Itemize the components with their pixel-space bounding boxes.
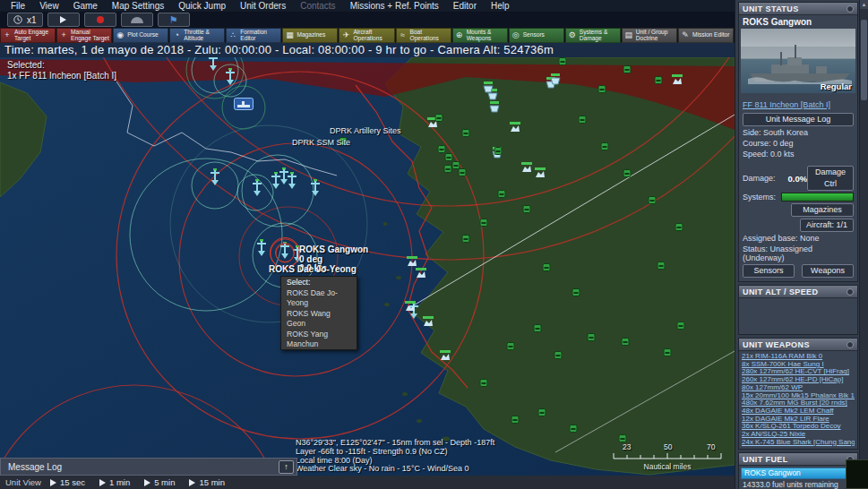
unit-class-link[interactable]: FF 811 Incheon [Batch I] xyxy=(743,100,830,109)
advance-5min-button[interactable]: 5 min xyxy=(144,477,175,487)
menu-map-settings[interactable]: Map Settings xyxy=(105,0,171,12)
friendly-ship-marker[interactable] xyxy=(209,168,221,190)
facility-marker[interactable] xyxy=(649,192,657,208)
installation-marker[interactable] xyxy=(520,160,533,176)
facility-marker[interactable] xyxy=(664,344,672,360)
friendly-boat-marker[interactable] xyxy=(568,57,579,62)
sidebar-scrollbar[interactable]: ▲ ▼ xyxy=(859,0,868,489)
mission-editor-button[interactable]: Mission Editor xyxy=(678,28,734,43)
boat-operations-button[interactable]: Boat Operations xyxy=(396,28,451,43)
facility-marker[interactable] xyxy=(511,411,520,427)
facility-marker[interactable] xyxy=(523,201,531,217)
weapon-link[interactable]: 80x 127mm/62 WP xyxy=(742,384,855,392)
weapon-link[interactable]: 280x 127mm/62 HE-CVT [HiFrag] xyxy=(742,368,855,376)
plot-course-button[interactable]: Plot Course xyxy=(113,28,168,43)
map-viewport[interactable]: Selected: 1x FF 811 Incheon [Batch I] RO… xyxy=(0,57,735,489)
unit-view-label[interactable]: Unit View xyxy=(5,477,41,487)
installation-marker[interactable] xyxy=(671,73,683,89)
friendly-ship-marker[interactable] xyxy=(309,179,322,201)
friendly-ship-marker[interactable] xyxy=(224,68,236,90)
weapon-link[interactable]: 8x SSM-700K Hae Sung I xyxy=(742,361,855,369)
pin-icon[interactable] xyxy=(847,5,854,13)
bookmark-flag-button[interactable]: ⚑ xyxy=(158,13,190,27)
facility-marker[interactable] xyxy=(462,124,470,141)
pin-icon[interactable] xyxy=(847,288,854,296)
selected-ship-marker[interactable] xyxy=(279,242,291,263)
run-button[interactable] xyxy=(47,13,80,27)
expand-up-icon[interactable]: ↑ xyxy=(279,460,294,474)
friendly-boat-marker[interactable] xyxy=(483,82,494,98)
facility-marker[interactable] xyxy=(572,284,580,300)
throttle-altitude-button[interactable]: Throttle & Altitude xyxy=(169,28,225,43)
advance-15min-button[interactable]: 15 min xyxy=(189,477,225,487)
binoculars-button[interactable] xyxy=(121,13,153,27)
context-menu-item[interactable]: ROKS Wang Geon xyxy=(281,308,357,329)
facility-marker[interactable] xyxy=(622,333,630,349)
facility-marker[interactable] xyxy=(655,72,663,88)
record-button[interactable] xyxy=(84,13,116,27)
facility-marker[interactable] xyxy=(598,81,606,97)
time-compression-button[interactable]: x1 xyxy=(7,13,43,27)
facility-marker[interactable] xyxy=(534,320,542,336)
facility-marker[interactable] xyxy=(579,111,587,127)
facility-marker[interactable] xyxy=(543,259,551,275)
sensors-button[interactable]: Sensors xyxy=(509,28,564,43)
facility-marker[interactable] xyxy=(459,164,467,180)
facility-marker[interactable] xyxy=(507,338,515,354)
weapon-link[interactable]: 24x K-745 Blue Shark [Chung Sang Eo] xyxy=(742,439,855,447)
systems-damage-button[interactable]: Systems & Damage xyxy=(565,28,621,43)
aircraft-panel-button[interactable]: Aircraft: 1/1 xyxy=(800,219,854,232)
friendly-boat-marker[interactable] xyxy=(489,101,500,117)
unit-message-log-button[interactable]: Unit Message Log xyxy=(743,113,854,126)
aircraft-operations-button[interactable]: Aircraft Operations xyxy=(339,28,394,43)
installation-marker[interactable] xyxy=(439,348,451,365)
manual-engage-target-button[interactable]: Manual Engage Target xyxy=(56,28,112,43)
menu-game[interactable]: Game xyxy=(66,0,105,12)
weapon-link[interactable]: 36x K/SLQ-261 Torpedo Decoy xyxy=(742,423,855,431)
facility-marker[interactable] xyxy=(601,138,609,154)
weapons-panel-button[interactable]: Weapons xyxy=(802,264,854,278)
facility-marker[interactable] xyxy=(570,420,578,436)
facility-marker[interactable] xyxy=(462,230,470,246)
facility-marker[interactable] xyxy=(480,214,488,230)
facility-marker[interactable] xyxy=(538,404,546,420)
pin-icon[interactable] xyxy=(847,341,854,348)
installation-marker[interactable] xyxy=(534,166,546,182)
auto-engage-target-button[interactable]: Auto Engage Target xyxy=(0,28,56,43)
facility-marker[interactable] xyxy=(657,257,666,273)
message-log-bar[interactable]: Message Log ↑ xyxy=(0,458,297,476)
sensors-panel-button[interactable]: Sensors xyxy=(743,264,795,278)
friendly-ship-marker[interactable] xyxy=(286,172,298,193)
facility-marker[interactable] xyxy=(498,185,506,202)
friendly-boat-marker[interactable] xyxy=(550,73,561,90)
fuel-selected-unit[interactable]: ROKS Gangwon xyxy=(741,468,855,479)
scroll-up-icon[interactable]: ▲ xyxy=(860,0,868,9)
context-menu-item[interactable]: ROKS Dae Jo-Yeong xyxy=(281,287,357,308)
facility-marker[interactable] xyxy=(588,329,596,345)
magazines-panel-button[interactable]: Magazines xyxy=(791,203,854,217)
context-menu-item[interactable]: ROKS Yang Manchun xyxy=(281,329,357,349)
facility-marker[interactable] xyxy=(480,374,488,390)
ship-group-marker[interactable] xyxy=(234,98,254,114)
facility-marker[interactable] xyxy=(554,347,563,363)
minimized-window[interactable] xyxy=(846,459,868,489)
menu-view[interactable]: View xyxy=(32,0,66,12)
menu-file[interactable]: File xyxy=(4,0,32,12)
advance-1min-button[interactable]: 1 min xyxy=(99,477,130,487)
unit-group-doctrine-button[interactable]: Unit / Group Doctrine xyxy=(622,28,677,43)
weapon-link[interactable]: 260x 127mm/62 HE-PD [HiCap] xyxy=(742,376,855,384)
weapon-link[interactable]: 15x 20mm/100 Mk15 Phalanx Blk 1B Burst] xyxy=(742,392,855,400)
facility-marker[interactable] xyxy=(677,317,685,333)
friendly-ship-marker[interactable] xyxy=(251,179,263,201)
advance-15sec-button[interactable]: 15 sec xyxy=(50,477,85,487)
friendly-ship-marker[interactable] xyxy=(207,57,219,75)
installation-marker[interactable] xyxy=(422,314,434,330)
facility-marker[interactable] xyxy=(623,165,632,181)
menu-unit-orders[interactable]: Unit Orders xyxy=(233,0,293,12)
scrollbar-thumb[interactable] xyxy=(861,20,867,100)
mounts-weapons-button[interactable]: Mounts & Weapons xyxy=(452,28,508,43)
facility-marker[interactable] xyxy=(494,142,503,159)
installation-marker[interactable] xyxy=(415,266,427,282)
menu-quick-jump[interactable]: Quick Jump xyxy=(171,0,233,12)
facility-marker[interactable] xyxy=(435,109,443,125)
